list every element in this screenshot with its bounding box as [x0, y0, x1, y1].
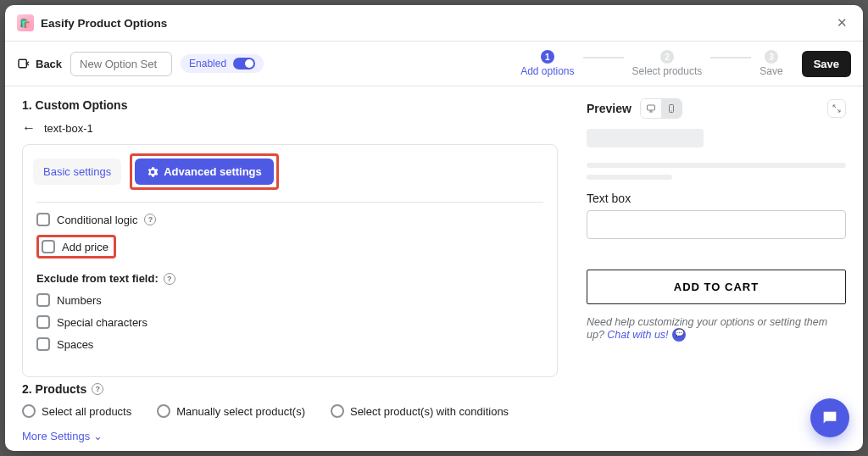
- preview-pane: Preview Text box: [575, 86, 863, 451]
- app-title: Easify Product Options: [41, 17, 167, 30]
- back-button[interactable]: Back: [17, 57, 62, 70]
- add-price-checkbox[interactable]: [42, 240, 55, 253]
- tab-advanced-label: Advanced settings: [164, 165, 262, 178]
- conditional-logic-checkbox[interactable]: [36, 213, 50, 226]
- products-section: 2. Products ? Select all products Manual…: [22, 382, 558, 442]
- svg-rect-1: [647, 105, 654, 110]
- step-save[interactable]: 3 Save: [760, 50, 782, 77]
- chat-bubble-icon: [672, 328, 686, 342]
- radio-manual-label: Manually select product(s): [176, 405, 305, 418]
- skeleton-line: [587, 175, 672, 180]
- tab-advanced-settings[interactable]: Advanced settings: [135, 158, 274, 185]
- headerbar: Back Enabled 1 Add options 2 Select prod…: [5, 42, 863, 86]
- more-settings-link[interactable]: More Settings ⌄: [22, 430, 558, 442]
- svg-rect-0: [19, 59, 26, 67]
- custom-options-heading: 1. Custom Options: [22, 98, 558, 112]
- option-breadcrumb[interactable]: ← text-box-1: [22, 120, 558, 136]
- expand-icon: [832, 103, 842, 114]
- preview-help-text: Need help customizing your options or se…: [587, 316, 846, 342]
- preview-textbox-label: Text box: [587, 192, 846, 205]
- step-connector: [710, 57, 751, 58]
- gear-icon: [147, 166, 159, 178]
- exclude-spaces-checkbox[interactable]: [36, 337, 50, 351]
- radio-manual[interactable]: Manually select product(s): [157, 404, 305, 418]
- step-select-products[interactable]: 2 Select products: [632, 50, 703, 77]
- skeleton-line: [587, 163, 846, 168]
- device-desktop-button[interactable]: [641, 99, 661, 118]
- option-set-name-input[interactable]: [70, 52, 172, 76]
- exclude-numbers-checkbox[interactable]: [36, 293, 50, 307]
- device-mobile-button[interactable]: [661, 99, 682, 118]
- radio-select-all[interactable]: Select all products: [22, 404, 131, 418]
- radio-select-all-label: Select all products: [42, 405, 131, 418]
- chat-icon: [821, 409, 839, 427]
- option-name: text-box-1: [44, 122, 93, 135]
- highlight-box-advanced: Advanced settings: [130, 153, 279, 190]
- conditional-logic-label: Conditional logic: [57, 214, 137, 226]
- chat-with-us-link[interactable]: Chat with us!: [607, 328, 685, 342]
- highlight-box-add-price: Add price: [36, 235, 116, 259]
- enabled-pill[interactable]: Enabled: [181, 54, 264, 73]
- divider: [36, 202, 543, 203]
- preview-title: Preview: [587, 102, 632, 115]
- products-heading: 2. Products ?: [22, 382, 558, 396]
- device-toggle: [640, 98, 682, 119]
- save-button[interactable]: Save: [802, 51, 851, 77]
- info-icon[interactable]: ?: [164, 273, 175, 285]
- exclude-special-checkbox[interactable]: [36, 315, 50, 329]
- exclude-heading: Exclude from text field: ?: [36, 272, 543, 285]
- monitor-icon: [646, 103, 656, 114]
- enabled-label: Enabled: [189, 58, 226, 70]
- step-connector: [583, 57, 624, 58]
- mobile-icon: [666, 103, 676, 114]
- conditional-logic-row: Conditional logic ?: [36, 213, 543, 226]
- step-add-options[interactable]: 1 Add options: [520, 50, 574, 77]
- tab-basic-settings[interactable]: Basic settings: [33, 158, 121, 185]
- left-pane: 1. Custom Options ← text-box-1 Basic set…: [5, 86, 575, 451]
- step-label: Select products: [632, 65, 703, 77]
- arrow-left-icon[interactable]: ←: [22, 120, 36, 136]
- exclude-spaces-label: Spaces: [57, 338, 93, 351]
- radio-select-all-input[interactable]: [22, 404, 36, 418]
- expand-preview-button[interactable]: [827, 99, 846, 118]
- titlebar: 🛍️ Easify Product Options ✕: [5, 5, 863, 42]
- radio-conditions-label: Select product(s) with conditions: [350, 405, 509, 418]
- chevron-down-icon: ⌄: [93, 430, 103, 442]
- radio-conditions-input[interactable]: [331, 404, 344, 418]
- add-to-cart-button[interactable]: ADD TO CART: [587, 270, 846, 304]
- enabled-toggle[interactable]: [233, 58, 255, 70]
- add-price-label: Add price: [62, 241, 108, 253]
- exclude-special-row: Special characters: [36, 315, 543, 329]
- exclude-numbers-label: Numbers: [57, 294, 102, 307]
- exclude-numbers-row: Numbers: [36, 293, 543, 307]
- radio-manual-input[interactable]: [157, 404, 170, 418]
- radio-conditions[interactable]: Select product(s) with conditions: [331, 404, 509, 418]
- option-settings-card: Basic settings Advanced settings Conditi…: [22, 144, 558, 377]
- info-icon[interactable]: ?: [144, 214, 156, 225]
- step-label: Save: [760, 65, 782, 77]
- chat-fab-button[interactable]: [810, 398, 849, 437]
- back-icon: [17, 57, 31, 70]
- app-logo-icon: 🛍️: [17, 14, 34, 31]
- exclude-spaces-row: Spaces: [36, 337, 543, 351]
- back-label: Back: [36, 58, 62, 70]
- close-icon[interactable]: ✕: [833, 12, 851, 34]
- progress-steps: 1 Add options 2 Select products 3 Save: [520, 50, 782, 77]
- exclude-special-label: Special characters: [57, 316, 147, 329]
- info-icon[interactable]: ?: [92, 383, 103, 395]
- step-label: Add options: [520, 65, 574, 77]
- preview-textbox-input[interactable]: [587, 210, 846, 239]
- skeleton-title: [587, 129, 704, 147]
